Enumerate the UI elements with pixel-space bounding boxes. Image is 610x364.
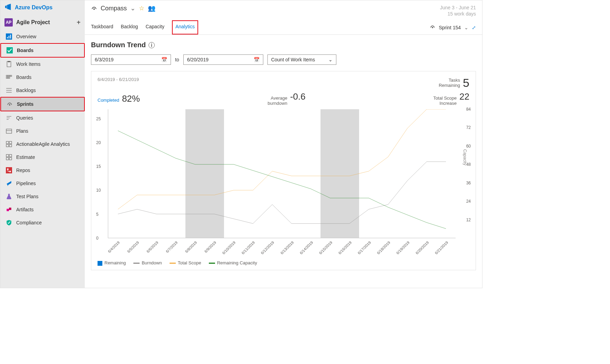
shield-icon [6,220,12,226]
sidebar-item-pipelines[interactable]: Pipelines [0,177,85,190]
sidebar-label: Pipelines [16,181,36,186]
y-tick: 5 [96,212,99,217]
sprint-selector-label[interactable]: Sprint 154 [439,25,461,30]
avg-label1: Average [271,95,287,101]
start-date-input[interactable]: 6/3/2019 📅 [91,54,171,65]
x-tick: 6/13/2019 [279,240,294,255]
tabs: Taskboard Backlog Capacity Analytics Spr… [85,20,482,35]
end-date-input[interactable]: 6/20/2019 📅 [183,54,263,65]
svg-rect-11 [8,77,10,78]
plans-icon [6,128,12,134]
y-tick: 20 [96,140,101,145]
sidebar-item-testplans[interactable]: Test Plans [0,190,85,203]
artifacts-icon [6,206,12,213]
brand-header[interactable]: Azure DevOps [0,0,85,15]
sidebar-item-compliance[interactable]: Compliance [0,216,85,229]
svg-rect-10 [6,77,8,78]
tasks-label: Tasks [439,78,460,83]
svg-rect-26 [6,167,12,173]
scope-label1: Total Scope [433,95,457,101]
y2-tick: 12 [466,218,471,222]
svg-rect-2 [9,36,9,39]
sidebar-label: Backlogs [16,88,36,93]
x-tick: 6/4/2019 [107,240,121,254]
tab-backlog[interactable]: Backlog [121,20,138,34]
add-project-button[interactable]: + [77,19,81,27]
team-icon[interactable]: 👥 [148,4,155,12]
sidebar-label: Compliance [16,220,42,225]
tab-analytics[interactable]: Analytics [172,20,198,34]
sidebar-label: Estimate [16,154,35,160]
y-tick: 10 [96,188,101,193]
crumb-name: Compass [101,5,127,12]
y2-tick: 72 [466,125,471,130]
chevron-down-icon[interactable]: ⌄ [130,4,135,12]
flask-icon [6,193,12,200]
info-icon[interactable]: i [149,42,155,48]
board-grid-icon [6,74,12,80]
burndown-card: 6/4/2019 - 6/21/2019 Tasks Remaining 5 C… [91,71,476,270]
start-date-value: 6/3/2019 [95,57,114,62]
svg-rect-21 [9,144,12,147]
x-tick: 6/20/2019 [415,240,429,255]
calendar-icon: 📅 [254,57,260,62]
chart-legend: Remaining Burndown Total Scope Remaining… [98,257,469,266]
sidebar-item-backlogs[interactable]: Backlogs [0,84,85,97]
svg-point-32 [432,27,433,28]
sidebar-item-queries[interactable]: Queries [0,111,85,124]
azure-devops-icon [4,3,12,12]
pipelines-icon [6,180,12,186]
tab-taskboard[interactable]: Taskboard [91,20,113,34]
tasks-value: 5 [463,77,469,89]
y2-tick: 60 [466,144,471,149]
svg-rect-7 [6,75,8,76]
completed-metric: Completed 82% [98,93,140,104]
svg-rect-24 [6,158,9,160]
brand-label: Azure DevOps [15,4,52,11]
legend-remaining: Remaining [98,260,126,266]
sidebar-item-boards[interactable]: Boards [0,43,85,58]
sidebar-item-plans[interactable]: Plans [0,124,85,138]
svg-rect-1 [7,37,8,39]
sidebar-item-sprints[interactable]: Sprints [0,97,85,111]
count-select[interactable]: Count of Work Items ⌄ [267,54,336,65]
x-tick: 6/16/2019 [337,240,352,255]
svg-rect-3 [10,34,11,38]
scope-metric: Total ScopeIncrease 22 [433,91,469,106]
end-date-value: 6/20/2019 [187,57,209,62]
sidebar-item-artifacts[interactable]: Artifacts [0,203,85,216]
fullscreen-icon[interactable]: ⤢ [472,25,476,30]
chevron-down-icon[interactable]: ⌄ [464,25,468,30]
svg-rect-25 [9,158,12,160]
svg-rect-16 [6,129,12,133]
y-tick: 15 [96,164,101,169]
breadcrumb[interactable]: Compass ⌄ ☆ 👥 [91,4,155,12]
y2-tick: 48 [466,162,471,167]
sidebar-label: Artifacts [16,207,34,212]
star-icon[interactable]: ☆ [139,4,144,12]
completed-label: Completed [98,98,119,103]
sidebar-item-overview[interactable]: Overview [0,30,85,43]
sidebar-label: Test Plans [16,194,39,199]
svg-rect-6 [8,61,10,62]
backlog-icon [6,87,12,93]
project-avatar: AP [4,18,13,27]
y2-tick: 36 [466,181,471,185]
x-tick: 6/21/2019 [434,240,449,255]
chevron-down-icon: ⌄ [328,57,333,62]
sidebar-item-workitems[interactable]: Work Items [0,58,85,71]
sidebar-item-repos[interactable]: Repos [0,164,85,177]
sidebar-item-aa[interactable]: ActionableAgile Analytics [0,138,85,151]
avg-value: -0.6 [290,91,306,102]
to-label: to [175,57,179,62]
tab-capacity[interactable]: Capacity [145,20,164,34]
sidebar-label: Plans [16,128,28,134]
x-tick: 6/17/2019 [357,240,372,255]
legend-capacity: Remaining Capacity [209,260,257,265]
svg-point-31 [94,9,94,9]
sidebar-item-boards-sub[interactable]: Boards [0,71,85,84]
x-tick: 6/9/2019 [204,240,217,254]
tasks-remaining-box: Tasks Remaining 5 [439,77,469,89]
sprint-icon [7,101,13,107]
sidebar-item-estimate[interactable]: Estimate [0,151,85,164]
